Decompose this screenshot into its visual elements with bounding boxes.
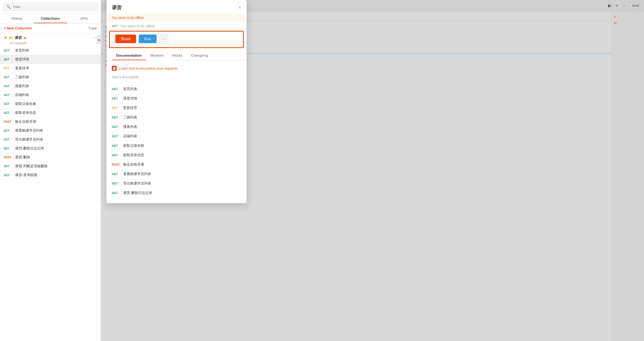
sidebar-tabs: History Collections APIs <box>0 14 101 23</box>
doc-list-item[interactable]: POST 验证自助开课 <box>112 160 241 169</box>
request-name: 课货-判断是否能删除 <box>15 164 48 169</box>
collection-folder-icon: 📁 <box>9 36 13 40</box>
doc-list-item[interactable]: GET 搜索列表 <box>112 122 241 132</box>
modal-tab-monitors[interactable]: Monitors <box>146 51 168 60</box>
list-item[interactable]: GET 获取登录信息 <box>0 108 101 117</box>
learn-icon: 📋 <box>112 66 117 71</box>
list-item[interactable]: POST 课货-删除 <box>0 153 101 162</box>
run-button[interactable]: Run <box>139 35 157 43</box>
list-item[interactable]: POST 验证自助开课 <box>0 117 101 126</box>
collection-modal: 课货 × You seem to be offline API You seem… <box>106 0 247 203</box>
share-button[interactable]: Share <box>115 35 136 43</box>
add-description-link[interactable]: Add a description <box>112 75 241 79</box>
modal-tab-mocks[interactable]: Mocks <box>168 51 187 60</box>
method-badge: GET <box>4 138 12 141</box>
list-item[interactable]: GET 搜索列表 <box>0 82 101 91</box>
doc-list-item[interactable]: GET 获取父级名称 <box>112 141 241 151</box>
list-item[interactable]: GET 课货-查询权限 <box>0 171 101 180</box>
list-item[interactable]: GET 课货-删除日志记录 <box>0 144 101 153</box>
doc-list-item[interactable]: GET 店铺列表 <box>112 132 241 141</box>
list-item[interactable]: GET 店铺列表 <box>0 91 101 100</box>
list-item[interactable]: PUT 更新排序 <box>0 64 101 73</box>
doc-list-item[interactable]: GET 二级列表 <box>112 113 241 122</box>
trash-button[interactable]: Trash <box>88 26 97 30</box>
modal-header: 课货 × <box>106 0 247 14</box>
request-name: 课货详情 <box>15 57 29 62</box>
doc-method-badge: GET <box>112 144 120 147</box>
doc-list-item[interactable]: GET 课货-删除日志记录 <box>112 188 241 198</box>
doc-list-item[interactable]: GET 课货详情 <box>112 94 241 103</box>
sidebar-tab-history[interactable]: History <box>0 14 34 23</box>
list-item[interactable]: GET 获取父级名称 <box>0 100 101 108</box>
learn-link[interactable]: 📋 Learn how to document your requests <box>112 66 241 71</box>
search-input[interactable] <box>13 5 95 9</box>
list-item[interactable]: GET 导出购课学员列表 <box>0 135 101 144</box>
collection-expand-icon[interactable]: ▼ <box>4 36 7 40</box>
request-name: 查看购课学员列表 <box>15 128 43 133</box>
modal-tab-documentation[interactable]: Documentation <box>112 51 146 60</box>
sidebar-tab-collections[interactable]: Collections <box>34 14 67 23</box>
doc-request-name: 首页列表 <box>123 87 137 91</box>
modal-overlay: 课货 × You seem to be offline API You seem… <box>101 0 644 341</box>
request-name: 获取父级名称 <box>15 101 36 106</box>
method-badge: PUT <box>4 67 12 70</box>
doc-list-item[interactable]: GET 首页列表 <box>112 84 241 94</box>
learn-link-text: Learn how to document your requests <box>119 66 178 70</box>
doc-method-badge: GET <box>112 87 120 91</box>
modal-more-button[interactable]: ··· <box>159 34 168 43</box>
request-name: 验证自助开课 <box>15 119 36 124</box>
method-badge: GET <box>4 103 12 105</box>
doc-request-name: 查看购课学员列表 <box>123 172 151 176</box>
search-box: 🔍 <box>3 3 98 11</box>
list-item[interactable]: GET 查看购课学员列表 <box>0 126 101 135</box>
request-name: 导出购课学员列表 <box>15 137 43 142</box>
doc-request-name: 获取登录信息 <box>123 153 144 158</box>
doc-method-badge: GET <box>112 135 120 138</box>
method-badge: GET <box>4 147 12 150</box>
doc-list-item[interactable]: GET 获取登录信息 <box>112 151 241 160</box>
list-item[interactable]: GET 二级列表 <box>0 73 101 82</box>
sidebar-collapse-button[interactable]: ◀ <box>96 35 101 44</box>
sidebar-search-area: 🔍 <box>0 0 101 14</box>
collection-count: 16 requests <box>0 41 101 46</box>
collection-star-icon[interactable]: ★ <box>23 36 27 40</box>
list-item[interactable]: GET 课货-判断是否能删除 <box>0 162 101 171</box>
doc-method-badge: GET <box>112 191 120 195</box>
doc-list-item[interactable]: GET 导出购课学员列表 <box>112 179 241 188</box>
doc-method-badge: GET <box>112 116 120 119</box>
doc-request-name: 获取父级名称 <box>123 143 144 148</box>
request-name: 店铺列表 <box>15 93 29 97</box>
modal-tab-changelog[interactable]: Changelog <box>187 51 212 60</box>
modal-title: 课货 <box>112 4 122 11</box>
sidebar-tab-apis[interactable]: APIs <box>67 14 101 23</box>
modal-close-button[interactable]: × <box>238 5 241 11</box>
method-badge: GET <box>4 76 12 79</box>
method-badge: POST <box>4 120 12 123</box>
method-badge: GET <box>4 49 12 52</box>
request-list: GET 首页列表 GET 课货详情 PUT 更新排序 GET 二级列表 GET … <box>0 46 101 341</box>
doc-method-badge: GET <box>112 154 120 157</box>
new-collection-button[interactable]: + New Collection <box>4 26 32 30</box>
request-name: 搜索列表 <box>15 84 29 88</box>
doc-list-item[interactable]: PUT 更新排序 <box>112 103 241 113</box>
doc-method-badge: PUT <box>112 106 120 110</box>
main-panel: POST POST ... GET GET ... GET GET ... GE… <box>101 0 644 341</box>
request-name: 更新排序 <box>15 66 29 71</box>
request-name: 课货-查询权限 <box>15 173 37 178</box>
method-badge: GET <box>4 94 12 97</box>
collection-name: 课货 <box>15 35 22 40</box>
modal-api-value: You seem to be offline <box>120 24 155 28</box>
modal-api-label: API <box>112 24 117 28</box>
modal-body: 📋 Learn how to document your requests Ad… <box>106 60 247 203</box>
list-item[interactable]: GET 课货详情 <box>0 55 101 64</box>
method-badge: POST <box>4 156 12 159</box>
doc-list-item[interactable]: GET 查看购课学员列表 <box>112 169 241 179</box>
doc-request-name: 店铺列表 <box>123 134 137 139</box>
list-item[interactable]: GET 首页列表 <box>0 46 101 55</box>
modal-actions-row: Share Run ··· <box>109 31 244 48</box>
request-name: 二级列表 <box>15 75 29 80</box>
modal-tabs: Documentation Monitors Mocks Changelog <box>106 51 247 60</box>
doc-request-name: 课货详情 <box>123 96 137 101</box>
method-badge: GET <box>4 58 12 61</box>
sidebar: 🔍 History Collections APIs + New Collect… <box>0 0 101 341</box>
